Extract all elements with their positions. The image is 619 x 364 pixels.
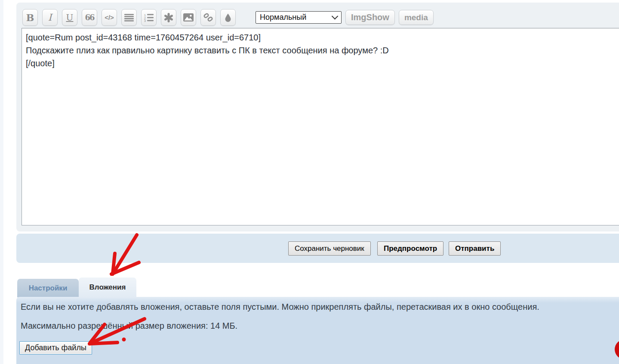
submit-button[interactable]: Отправить — [449, 241, 501, 256]
image-icon — [183, 13, 194, 22]
preview-button[interactable]: Предпросмотр — [377, 241, 443, 256]
chevron-down-icon — [332, 13, 339, 20]
insert-link-button[interactable] — [200, 9, 216, 26]
asterisk-icon — [164, 13, 173, 22]
attachments-hint-text: Если вы не хотите добавлять вложения, ос… — [21, 302, 539, 312]
message-textarea[interactable]: [quote=Rum post_id=43168 time=1760457264… — [22, 28, 619, 225]
asterisk-button[interactable] — [161, 9, 176, 26]
droplet-icon — [225, 13, 231, 22]
add-files-button[interactable]: Добавить файлы — [19, 341, 92, 355]
bold-icon: B — [26, 12, 34, 23]
post-editor-page: B I U 66 </> — [0, 0, 619, 364]
text-style-value: Нормальный — [260, 13, 306, 22]
editor-panel: B I U 66 </> — [16, 3, 619, 231]
svg-text:1: 1 — [144, 13, 146, 16]
tab-settings[interactable]: Настройки — [17, 279, 79, 297]
save-draft-button[interactable]: Сохранить черновик — [288, 241, 371, 256]
underline-icon: U — [66, 12, 74, 23]
text-style-select[interactable]: Нормальный — [256, 11, 342, 24]
page-left-margin — [0, 0, 3, 364]
quote-button[interactable]: 66 — [82, 9, 97, 26]
color-button[interactable] — [220, 9, 236, 26]
tab-attachments[interactable]: Вложения — [79, 278, 136, 297]
ordered-list-icon: 1 2 3 — [144, 13, 154, 22]
attachments-panel: Если вы не хотите добавлять вложения, ос… — [16, 297, 619, 364]
ordered-list-button[interactable]: 1 2 3 — [141, 9, 157, 26]
imgshow-button[interactable]: ImgShow — [345, 10, 395, 25]
attachments-max-size-text: Максимально разрешённый размер вложения:… — [21, 321, 237, 331]
bullet-list-button[interactable] — [121, 9, 137, 26]
insert-image-button[interactable] — [181, 9, 196, 26]
italic-icon: I — [48, 12, 52, 23]
svg-text:3: 3 — [144, 19, 146, 22]
formatting-toolbar: B I U 66 </> — [22, 9, 434, 26]
link-icon — [203, 12, 213, 22]
code-icon: </> — [105, 14, 114, 21]
quote-icon: 66 — [85, 13, 94, 22]
bullet-list-icon — [124, 14, 134, 22]
code-button[interactable]: </> — [102, 9, 117, 26]
media-button[interactable]: media — [399, 10, 434, 25]
bold-button[interactable]: B — [22, 9, 38, 26]
italic-button[interactable]: I — [42, 9, 58, 26]
underline-button[interactable]: U — [62, 9, 77, 26]
